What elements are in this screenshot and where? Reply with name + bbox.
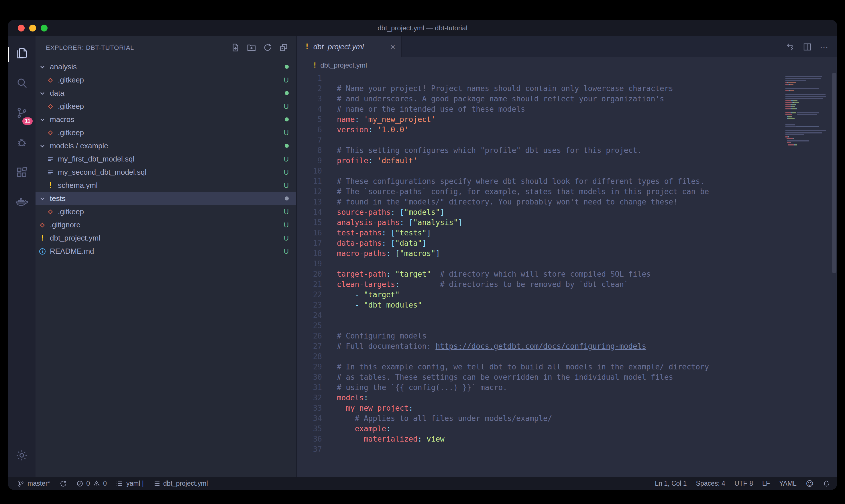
activity-extensions-button[interactable]: [8, 159, 36, 188]
code-line-11[interactable]: 11# These configurations specify where d…: [297, 176, 784, 187]
titlebar[interactable]: dbt_project.yml — dbt-tutorial: [8, 20, 837, 36]
problems-item[interactable]: 0 0: [76, 480, 107, 487]
tree-file-.gitkeep[interactable]: .gitkeepU: [36, 205, 296, 218]
code-line-26[interactable]: 26# Configuring models: [297, 331, 784, 341]
zoom-window-button[interactable]: [41, 25, 48, 32]
tree-item-label: my_second_dbt_model.sql: [58, 168, 146, 176]
tree-file-dbt-project.yml[interactable]: !dbt_project.ymlU: [36, 231, 296, 245]
tree-file-.gitkeep[interactable]: .gitkeepU: [36, 100, 296, 113]
refresh-icon[interactable]: [263, 43, 272, 52]
tree-folder-tests[interactable]: tests: [36, 192, 296, 205]
dbt-project-status-item[interactable]: dbt_project.yml: [153, 480, 208, 487]
code-line-5[interactable]: 5name: 'my_new_project': [297, 114, 784, 125]
line-content: profile: 'default': [322, 156, 418, 166]
close-window-button[interactable]: [18, 25, 25, 32]
tree-file-schema.yml[interactable]: !schema.ymlU: [36, 179, 296, 192]
activity-source-control-button[interactable]: 11: [8, 99, 36, 129]
code-line-14[interactable]: 14source-paths: ["models"]: [297, 207, 784, 218]
git-branch-item[interactable]: master*: [17, 480, 50, 487]
collapse-all-icon[interactable]: [279, 43, 288, 52]
encoding-item[interactable]: UTF-8: [734, 480, 753, 487]
git-file-icon: [46, 76, 55, 84]
activity-search-button[interactable]: [8, 69, 36, 99]
tab-dbt-project-yml[interactable]: ! dbt_project.yml ×: [297, 36, 401, 57]
scrollbar-track[interactable]: [831, 73, 837, 477]
code-line-8[interactable]: 8# This setting configures which "profil…: [297, 145, 784, 156]
code-line-25[interactable]: 25: [297, 321, 784, 331]
code-line-37[interactable]: 37: [297, 445, 784, 455]
code-line-20[interactable]: 20target-path: "target" # directory whic…: [297, 269, 784, 280]
line-content: analysis-paths: ["analysis"]: [322, 218, 462, 228]
code-line-10[interactable]: 10: [297, 166, 784, 176]
open-changes-icon[interactable]: [786, 42, 795, 51]
language-mode-item[interactable]: YAML: [779, 480, 796, 487]
tree-file-readme.md[interactable]: README.mdU: [36, 245, 296, 258]
code-line-17[interactable]: 17data-paths: ["data"]: [297, 238, 784, 249]
split-editor-icon[interactable]: [803, 42, 812, 51]
new-folder-icon[interactable]: [247, 43, 256, 52]
code-line-32[interactable]: 32models:: [297, 393, 784, 403]
list-icon: [153, 480, 160, 487]
tree-file-.gitignore[interactable]: .gitignoreU: [36, 218, 296, 231]
notifications-bell-icon[interactable]: [823, 480, 830, 487]
code-line-7[interactable]: 7: [297, 135, 784, 145]
code-line-4[interactable]: 4# name or the intended use of these mod…: [297, 104, 784, 114]
activity-docker-button[interactable]: [8, 188, 36, 218]
tree-folder-models-example[interactable]: models / example: [36, 139, 296, 152]
code-line-9[interactable]: 9profile: 'default': [297, 156, 784, 166]
code-line-30[interactable]: 30# as tables. These settings can be ove…: [297, 372, 784, 382]
code-line-12[interactable]: 12# The `source-paths` config, for examp…: [297, 187, 784, 197]
code-line-22[interactable]: 22 - "target": [297, 290, 784, 300]
indentation-item[interactable]: Spaces: 4: [696, 480, 725, 487]
code-line-3[interactable]: 3# and underscores. A good package name …: [297, 94, 784, 104]
cursor-position-item[interactable]: Ln 1, Col 1: [655, 480, 687, 487]
feedback-smiley-icon[interactable]: ☺: [806, 479, 813, 488]
code-line-34[interactable]: 34 # Applies to all files under models/e…: [297, 414, 784, 424]
activity-bar: 11: [8, 36, 36, 477]
code-line-6[interactable]: 6version: '1.0.0': [297, 125, 784, 135]
code-line-18[interactable]: 18macro-paths: ["macros"]: [297, 249, 784, 259]
more-actions-icon[interactable]: ⋯: [820, 41, 829, 52]
new-file-icon[interactable]: [231, 43, 240, 52]
tree-file-my-first-dbt-model.sql[interactable]: my_first_dbt_model.sqlU: [36, 152, 296, 165]
dbt-language-status-item[interactable]: yaml |: [116, 480, 144, 487]
yaml-file-icon: !: [313, 61, 317, 69]
minimize-window-button[interactable]: [29, 25, 36, 32]
minimap[interactable]: [786, 74, 830, 148]
code-line-1[interactable]: 1: [297, 73, 784, 84]
scrollbar-thumb[interactable]: [832, 73, 837, 273]
code-line-24[interactable]: 24: [297, 310, 784, 321]
code-line-13[interactable]: 13# found in the "models/" directory. Yo…: [297, 197, 784, 207]
line-number: 6: [297, 125, 322, 135]
eol-item[interactable]: LF: [762, 480, 770, 487]
line-content: clean-targets: # directories to be remov…: [322, 280, 628, 290]
activity-explorer-button[interactable]: [8, 39, 36, 69]
tree-folder-data[interactable]: data: [36, 87, 296, 100]
breadcrumb[interactable]: ! dbt_project.yml: [297, 57, 837, 73]
code-line-15[interactable]: 15analysis-paths: ["analysis"]: [297, 218, 784, 228]
code-line-27[interactable]: 27# Full documentation: https://docs.get…: [297, 341, 784, 352]
tree-folder-macros[interactable]: macros: [36, 113, 296, 126]
code-line-28[interactable]: 28: [297, 352, 784, 362]
code-line-19[interactable]: 19: [297, 259, 784, 269]
code-line-35[interactable]: 35 example:: [297, 424, 784, 434]
code-line-21[interactable]: 21clean-targets: # directories to be rem…: [297, 280, 784, 290]
activity-settings-button[interactable]: [8, 442, 36, 477]
code-line-2[interactable]: 2# Name your project! Project names shou…: [297, 84, 784, 94]
code-line-16[interactable]: 16test-paths: ["tests"]: [297, 228, 784, 238]
code-line-29[interactable]: 29# In this example config, we tell dbt …: [297, 362, 784, 372]
tree-folder-analysis[interactable]: analysis: [36, 60, 296, 73]
tree-file-my-second-dbt-model.sql[interactable]: my_second_dbt_model.sqlU: [36, 165, 296, 179]
line-number: 35: [297, 424, 322, 434]
code-line-36[interactable]: 36 materialized: view: [297, 434, 784, 445]
code-editor[interactable]: 12# Name your project! Project names sho…: [297, 73, 837, 477]
tree-file-.gitkeep[interactable]: .gitkeepU: [36, 73, 296, 87]
tree-file-.gitkeep[interactable]: .gitkeepU: [36, 126, 296, 139]
code-line-23[interactable]: 23 - "dbt_modules": [297, 300, 784, 310]
close-tab-icon[interactable]: ×: [390, 42, 395, 51]
sync-changes-button[interactable]: [59, 480, 67, 487]
tree-item-label: my_first_dbt_model.sql: [58, 155, 134, 163]
activity-debug-button[interactable]: [8, 129, 36, 159]
code-line-31[interactable]: 31# using the `{{ config(...) }}` macro.: [297, 382, 784, 393]
code-line-33[interactable]: 33 my_new_project:: [297, 403, 784, 414]
